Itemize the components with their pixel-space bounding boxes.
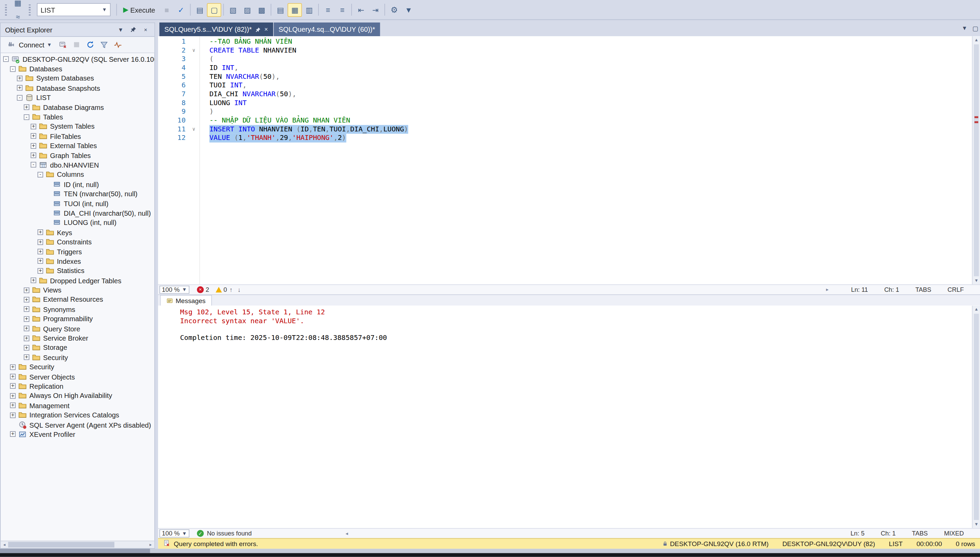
toolbar-grip[interactable]	[5, 4, 7, 15]
tree-expander[interactable]: +	[37, 258, 43, 264]
tree-item[interactable]: +Database Snapshots	[1, 83, 154, 93]
scroll-right-icon[interactable]: ▸	[826, 287, 845, 293]
tree-expander[interactable]: +	[10, 393, 15, 399]
results-to-text-button[interactable]: ▤	[273, 3, 288, 16]
tree-item[interactable]: +Constraints	[1, 237, 154, 247]
tree-expander[interactable]: +	[10, 374, 15, 379]
tree-item[interactable]: -Databases	[1, 64, 154, 73]
scroll-left-icon[interactable]: ◂	[345, 531, 348, 536]
results-to-grid-button[interactable]: ▦	[288, 3, 302, 16]
uncomment-selection-button[interactable]: ≡	[335, 3, 350, 16]
messages-vscrollbar[interactable]: ▲ ▼	[972, 305, 980, 528]
tree-expander[interactable]: +	[31, 277, 36, 283]
tree-expander[interactable]: -	[31, 162, 36, 168]
tree-item[interactable]: DIA_CHI (nvarchar(50), null)	[1, 208, 154, 218]
tree-item[interactable]: +FileTables	[1, 131, 154, 141]
tree-expander[interactable]: -	[10, 66, 15, 71]
parse-query-button[interactable]: ✓	[174, 3, 188, 16]
tree-expander[interactable]: +	[24, 306, 29, 312]
tree-item[interactable]: +Graph Tables	[1, 150, 154, 160]
tree-item[interactable]: +Storage	[1, 343, 154, 353]
scrollbar-thumb[interactable]	[974, 44, 979, 276]
activity-icon[interactable]	[113, 39, 123, 49]
fold-marker[interactable]: ∨	[189, 125, 198, 134]
tree-item[interactable]: -Columns	[1, 170, 154, 179]
tree-item[interactable]: +System Databases	[1, 74, 154, 83]
code-line[interactable]: 2∨CREATE TABLE NHANVIEN	[158, 46, 980, 55]
disconnect-icon[interactable]	[58, 39, 68, 49]
tree-item[interactable]: -LIST	[1, 93, 154, 103]
window-hscrollbar[interactable]	[0, 549, 980, 553]
intellisense-enabled-button[interactable]: ▢	[207, 3, 221, 16]
tree-item[interactable]: TEN (nvarchar(50), null)	[1, 189, 154, 199]
tree-expander[interactable]: +	[37, 239, 43, 245]
tree-expander[interactable]: +	[24, 326, 29, 331]
comment-selection-button[interactable]: ≡	[321, 3, 335, 16]
tree-expander[interactable]: +	[10, 403, 15, 408]
stop-icon[interactable]	[72, 39, 81, 49]
tab-messages[interactable]: Messages	[160, 295, 212, 305]
database-combo[interactable]: LIST ▼	[37, 3, 111, 16]
editor-zoom-combo[interactable]: 100 % ▼	[160, 286, 189, 294]
tree-item[interactable]: +Service Broker	[1, 334, 154, 343]
scrollbar-thumb[interactable]	[0, 549, 150, 553]
messages-pane[interactable]: Msg 102, Level 15, State 1, Line 12Incor…	[158, 305, 980, 528]
code-line[interactable]: 3(	[158, 55, 980, 64]
scroll-up-icon[interactable]: ▲	[972, 36, 980, 44]
tree-item[interactable]: +Triggers	[1, 247, 154, 256]
tree-item[interactable]: +External Tables	[1, 141, 154, 150]
tree-item[interactable]: +Dropped Ledger Tables	[1, 276, 154, 285]
code-line[interactable]: 1--TẠO BẢNG NHÂN VIÊN	[158, 37, 980, 46]
tree-item[interactable]: +Security	[1, 362, 154, 372]
tree-expander[interactable]: -	[3, 56, 8, 62]
tree-expander[interactable]: +	[24, 335, 29, 340]
tree-item[interactable]: +Query Store	[1, 324, 154, 333]
scroll-left-icon[interactable]: ◂	[1, 541, 8, 548]
tree-item[interactable]: +Replication	[1, 381, 154, 391]
scroll-down-icon[interactable]: ▼	[972, 277, 980, 284]
tree-item[interactable]: +XEvent Profiler	[1, 429, 154, 439]
tree-item[interactable]: +Programmability	[1, 314, 154, 324]
sql-editor[interactable]: 1--TẠO BẢNG NHÂN VIÊN2∨CREATE TABLE NHAN…	[158, 36, 980, 284]
document-tab[interactable]: SQLQuery4.sq...QV\DUY (60))*	[273, 23, 380, 36]
tree-item[interactable]: +System Tables	[1, 122, 154, 131]
include-live-query-statistics-button[interactable]: ▨	[240, 3, 255, 16]
tree-expander[interactable]: +	[24, 355, 29, 360]
tree-expander[interactable]: +	[10, 432, 15, 437]
connect-button[interactable]: Connect ▼	[4, 39, 54, 51]
code-line[interactable]: 4ID INT,	[158, 64, 980, 73]
close-icon[interactable]: ×	[264, 26, 268, 33]
tree-expander[interactable]: +	[24, 104, 29, 110]
chevron-down-icon[interactable]: ▼	[116, 27, 125, 33]
activity-monitor-button[interactable]: ▦	[11, 0, 25, 10]
code-line[interactable]: 11∨INSERT INTO NHANVIEN (ID,TEN,TUOI,DIA…	[158, 125, 980, 134]
pin-icon[interactable]	[256, 27, 261, 32]
code-line[interactable]: 5TEN NVARCHAR(50),	[158, 72, 980, 81]
tree-item[interactable]: +Management	[1, 401, 154, 410]
scroll-down-icon[interactable]: ▼	[972, 521, 980, 528]
decrease-indent-button[interactable]: ⇤	[354, 3, 368, 16]
tree-item[interactable]: LUONG (int, null)	[1, 218, 154, 227]
tree-expander[interactable]: +	[31, 143, 36, 148]
tree-expander[interactable]: +	[31, 124, 36, 129]
tree-expander[interactable]: +	[24, 287, 29, 293]
tree-item[interactable]: SQL Server Agent (Agent XPs disabled)	[1, 420, 154, 429]
code-line[interactable]: 7DIA_CHI NVARCHAR(50),	[158, 90, 980, 99]
code-line[interactable]: 9)	[158, 107, 980, 116]
increase-indent-button[interactable]: ⇥	[368, 3, 383, 16]
error-count[interactable]: 2	[205, 287, 209, 293]
display-estimated-plan-button[interactable]: ▧	[226, 3, 240, 16]
tree-item[interactable]: TUOI (int, null)	[1, 199, 154, 208]
fold-marker[interactable]: ∨	[189, 46, 198, 55]
pin-icon[interactable]	[129, 26, 138, 33]
tree-expander[interactable]: +	[10, 412, 15, 418]
tree-expander[interactable]: +	[10, 383, 15, 389]
tree-item[interactable]: +Always On High Availability	[1, 391, 154, 401]
scrollbar-thumb[interactable]	[974, 314, 979, 520]
tree-expander[interactable]: +	[31, 134, 36, 139]
toolbar-grip[interactable]	[29, 4, 30, 15]
tree-expander[interactable]: +	[24, 345, 29, 350]
tree-item[interactable]: +Security	[1, 353, 154, 362]
tree-expander[interactable]: +	[37, 230, 43, 235]
tree-item[interactable]: -Tables	[1, 112, 154, 122]
